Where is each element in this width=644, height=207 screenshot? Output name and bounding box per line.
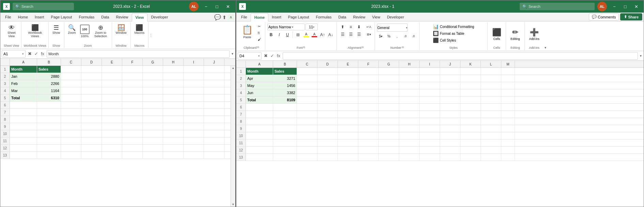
cell-D1-left[interactable] — [81, 66, 102, 73]
cut-btn[interactable]: ✂ — [256, 24, 263, 29]
macros-btn[interactable]: ⬛ Macros — [133, 24, 146, 35]
row-num-4-left[interactable]: 4 — [0, 87, 10, 94]
col-header-E-left[interactable]: E — [102, 59, 122, 65]
align-mid-btn[interactable]: ≡ — [347, 24, 355, 30]
cell-C2-left[interactable] — [61, 73, 81, 80]
row-num-7-right[interactable]: 7 — [236, 111, 246, 118]
align-bot-btn[interactable]: ⬇ — [355, 24, 363, 30]
cell-A3-left[interactable]: Feb — [10, 80, 37, 87]
col-header-G-right[interactable]: G — [379, 61, 399, 68]
clipboard-expand-icon[interactable]: ⧉ — [257, 46, 259, 49]
workbook-views-btn[interactable]: ⬛ WorkbookViews — [27, 24, 44, 39]
paste-btn[interactable]: 📋 Paste — [240, 24, 255, 40]
row-num-9-right[interactable]: 9 — [236, 125, 246, 132]
format-painter-btn[interactable]: 🖌 — [256, 36, 263, 42]
col-header-A-left[interactable]: A — [10, 59, 37, 65]
col-header-B-left[interactable]: B — [37, 59, 61, 65]
tab-data-left[interactable]: Data — [98, 13, 112, 21]
tab-formulas-right[interactable]: Formulas — [313, 13, 335, 21]
alignment-expand-icon[interactable]: ⧉ — [362, 46, 364, 49]
increase-font-btn[interactable]: A↑ — [319, 31, 326, 38]
percent-btn[interactable]: % — [385, 33, 393, 40]
col-header-I-left[interactable]: I — [184, 59, 204, 65]
show-btn[interactable]: ☰ Show — [51, 24, 62, 35]
col-header-H-left[interactable]: H — [163, 59, 184, 65]
col-header-M-right[interactable]: M — [501, 61, 515, 68]
formula-bar-expand-right[interactable]: ▾ — [639, 54, 642, 58]
formula-colon-icon[interactable]: ✖ — [27, 51, 33, 57]
tab-insert-left[interactable]: Insert — [31, 13, 48, 21]
row-num-4-right[interactable]: 4 — [236, 89, 246, 96]
scroll-up-left[interactable]: ▲ — [232, 66, 235, 70]
cell-A4-right[interactable]: Jun — [246, 89, 273, 96]
font-size-select[interactable]: 11 ▾ — [305, 24, 318, 30]
row-num-7-left[interactable]: 7 — [0, 109, 10, 116]
tab-home-left[interactable]: Home — [15, 13, 31, 21]
row-num-3-left[interactable]: 3 — [0, 80, 10, 87]
row-num-11-right[interactable]: 11 — [236, 139, 246, 146]
decrease-font-btn[interactable]: A↓ — [327, 31, 334, 38]
tab-pagelayout-left[interactable]: Page Layout — [48, 13, 76, 21]
col-header-B-right[interactable]: B — [273, 61, 297, 68]
cell-C1-left[interactable] — [61, 66, 81, 73]
underline-btn[interactable]: U — [284, 31, 291, 38]
col-header-F-left[interactable]: F — [122, 59, 143, 65]
sheet-view-btn[interactable]: 👁 SheetView — [6, 24, 17, 39]
row-num-1-right[interactable]: 1 — [236, 68, 246, 75]
tab-developer-right[interactable]: Developer — [383, 13, 407, 21]
number-expand-icon[interactable]: ⧉ — [402, 46, 404, 49]
col-header-G-left[interactable]: G — [143, 59, 163, 65]
zoom-to-selection-btn[interactable]: ⊕ Zoom toSelection — [92, 24, 110, 39]
cell-B2-left[interactable]: 2880 — [37, 73, 61, 80]
col-header-D-left[interactable]: D — [81, 59, 102, 65]
tab-review-right[interactable]: Review — [350, 13, 369, 21]
formula-input-left[interactable]: Month — [47, 50, 230, 58]
border-btn[interactable]: ⊞ — [294, 31, 302, 38]
col-header-H-right[interactable]: H — [399, 61, 420, 68]
bold-btn[interactable]: B — [267, 31, 275, 38]
comments-button[interactable]: 💬 Comments — [589, 13, 619, 20]
cell-B3-left[interactable]: 2266 — [37, 80, 61, 87]
comment-icon-left[interactable]: 💬 — [214, 14, 221, 20]
search-box-right[interactable]: 🔍 — [520, 3, 595, 10]
cell-J1-left[interactable] — [204, 66, 224, 73]
col-header-C-right[interactable]: C — [297, 61, 317, 68]
row-num-6-left[interactable]: 6 — [0, 102, 10, 108]
formula-check-icon-right[interactable]: ✓ — [269, 53, 275, 59]
italic-btn[interactable]: I — [276, 31, 283, 38]
cell-H1-left[interactable] — [163, 66, 184, 73]
tab-insert-right[interactable]: Insert — [268, 13, 285, 21]
row-num-5-right[interactable]: 5 — [236, 97, 246, 103]
cell-A1-left[interactable]: Month — [10, 66, 37, 73]
font-expand-icon[interactable]: ⧉ — [303, 46, 305, 49]
share-button[interactable]: ⬆ Share — [620, 13, 642, 20]
tab-developer-left[interactable]: Developer — [147, 13, 171, 21]
row-num-9-left[interactable]: 9 — [0, 123, 10, 130]
editing-btn[interactable]: ✏ Editing — [508, 27, 522, 42]
zoom-btn[interactable]: 🔍 Zoom — [66, 24, 78, 35]
search-input-left[interactable] — [21, 4, 71, 9]
avatar-right[interactable]: AL — [597, 2, 607, 11]
cell-A5-right[interactable]: Total — [246, 97, 273, 103]
formula-check-icon[interactable]: ✓ — [33, 51, 39, 57]
tab-review-left[interactable]: Review — [112, 13, 131, 21]
row-num-5-left[interactable]: 5 — [0, 94, 10, 101]
row-num-8-right[interactable]: 8 — [236, 118, 246, 125]
formula-bar-expand-left[interactable]: ▾ — [231, 52, 234, 56]
cell-B4-left[interactable]: 1164 — [37, 87, 61, 94]
cell-styles-btn[interactable]: ⬛ Cell Styles — [432, 37, 457, 43]
cell-B3-right[interactable]: 1456 — [273, 82, 297, 89]
tab-file-left[interactable]: File — [2, 13, 15, 21]
number-format-select[interactable]: General ▾ — [377, 24, 408, 32]
conditional-formatting-btn[interactable]: 📊 Conditional Formatting — [432, 24, 475, 30]
col-header-J-right[interactable]: J — [440, 61, 460, 68]
formula-colon-icon-right[interactable]: ✖ — [263, 53, 269, 59]
tab-formulas-left[interactable]: Formulas — [75, 13, 98, 21]
cell-A2-right[interactable]: Apr — [246, 75, 273, 82]
cell-ref-right[interactable]: D4 ▾ — [238, 52, 262, 60]
avatar-left[interactable]: AL — [189, 2, 199, 11]
col-header-K-right[interactable]: K — [460, 61, 481, 68]
font-color-btn[interactable]: A — [311, 31, 318, 38]
window-btn[interactable]: 🪟 Window — [114, 24, 128, 35]
col-header-J-left[interactable]: J — [204, 59, 224, 65]
